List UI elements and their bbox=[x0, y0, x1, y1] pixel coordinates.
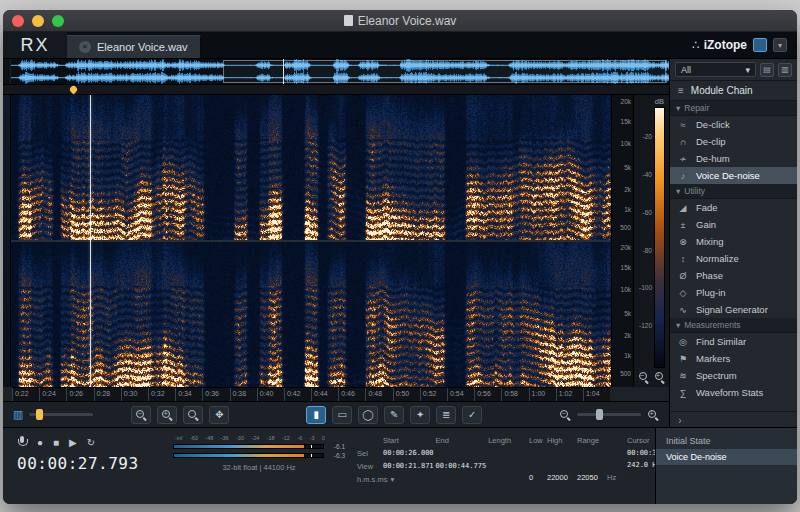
transport-controls: ● ■ ▶ ↻ 00:00:27.793 bbox=[3, 428, 171, 504]
app-menu-button[interactable]: ▾ bbox=[773, 38, 787, 52]
module-chain-item[interactable]: ≡ Module Chain bbox=[670, 81, 797, 101]
module-waveform-stats[interactable]: ∑Waveform Stats bbox=[670, 384, 797, 401]
hzoom-in-icon[interactable]: + bbox=[647, 409, 659, 421]
freq-tick-label: 2k bbox=[624, 332, 631, 339]
playhead[interactable] bbox=[90, 95, 91, 387]
de-clip-icon: ∩ bbox=[676, 137, 690, 147]
document-icon bbox=[344, 15, 353, 26]
freq-tick-label: 1k bbox=[624, 352, 631, 359]
column-header: Range bbox=[577, 436, 603, 468]
history-item-voice-de-noise[interactable]: Voice De-noise bbox=[656, 449, 797, 465]
time-frequency-selection-tool[interactable]: ▭ bbox=[332, 406, 352, 424]
section-utility[interactable]: ▾Utility bbox=[670, 184, 797, 199]
module-label: Gain bbox=[696, 219, 716, 230]
section-measurements[interactable]: ▾Measurements bbox=[670, 318, 797, 333]
overview-row bbox=[3, 59, 669, 85]
zoom-selection-button[interactable] bbox=[183, 406, 203, 424]
marker-lane[interactable] bbox=[3, 85, 669, 95]
panel-list-view-button[interactable]: ▥ bbox=[778, 63, 792, 77]
spectrogram-right-channel[interactable] bbox=[11, 242, 611, 387]
playhead-time-display[interactable]: 00:00:27.793 bbox=[17, 454, 171, 473]
zoom-slider-handle[interactable] bbox=[596, 409, 603, 420]
spectrogram-area[interactable] bbox=[11, 95, 611, 387]
module-de-clip[interactable]: ∩De-clip bbox=[670, 133, 797, 150]
window-title: Eleanor Voice.wav bbox=[358, 14, 457, 28]
titlebar[interactable]: Eleanor Voice.wav bbox=[3, 10, 797, 32]
module-label: Plug-in bbox=[696, 287, 726, 298]
module-markers[interactable]: ⚑Markers bbox=[670, 350, 797, 367]
cell-value bbox=[488, 462, 521, 471]
module-plug-in[interactable]: ◇Plug-in bbox=[670, 284, 797, 301]
module-de-hum[interactable]: ≁De-hum bbox=[670, 150, 797, 167]
selection-list-button[interactable]: ≣ bbox=[436, 406, 456, 424]
chrome-right: ∴ iZotope ▾ bbox=[682, 32, 797, 58]
zoom-out-button[interactable]: − bbox=[131, 406, 151, 424]
instant-process-button[interactable]: ✓ bbox=[462, 406, 482, 424]
izotope-logo: ∴ iZotope bbox=[692, 38, 747, 52]
time-format-select[interactable]: h.m.s.ms ▾ bbox=[357, 475, 521, 484]
amplitude-colorbar[interactable] bbox=[654, 107, 665, 368]
timeline-tick: 0:52 bbox=[420, 388, 447, 401]
freq-zoom-out-icon[interactable]: − bbox=[638, 371, 650, 383]
module-normalize[interactable]: ↕Normalize bbox=[670, 250, 797, 267]
panel-grid-view-button[interactable]: ▤ bbox=[760, 63, 774, 77]
play-button[interactable]: ▶ bbox=[69, 437, 77, 449]
module-spectrum[interactable]: ≋Spectrum bbox=[670, 367, 797, 384]
section-repair[interactable]: ▾Repair bbox=[670, 101, 797, 116]
hand-tool-button[interactable]: ✥ bbox=[209, 406, 229, 424]
colorbar-tick-label: -100 bbox=[639, 284, 652, 291]
module-voice-de-noise[interactable]: ♪Voice De-noise bbox=[670, 167, 797, 184]
timeline-ruler[interactable]: 0:220:240:260:280:300:320:340:360:380:40… bbox=[12, 387, 610, 401]
module-de-click[interactable]: ≈De-click bbox=[670, 116, 797, 133]
overview-view-region[interactable] bbox=[223, 60, 666, 83]
meter-scale-label: -12 bbox=[282, 435, 290, 441]
loop-button[interactable]: ↻ bbox=[87, 437, 95, 449]
module-signal-generator[interactable]: ∿Signal Generator bbox=[670, 301, 797, 318]
marker-pin[interactable] bbox=[68, 85, 78, 95]
module-fade[interactable]: ◢Fade bbox=[670, 199, 797, 216]
spectrogram-left-channel[interactable] bbox=[11, 95, 611, 242]
brush-selection-tool[interactable]: ✎ bbox=[384, 406, 404, 424]
timeline-tick: 0:38 bbox=[230, 388, 257, 401]
freq-zoom-in-icon[interactable]: + bbox=[654, 371, 666, 383]
overview-gutter bbox=[3, 59, 11, 84]
zoom-in-button[interactable]: + bbox=[157, 406, 177, 424]
minimize-window-button[interactable] bbox=[32, 15, 44, 27]
module-label: Mixing bbox=[696, 236, 723, 247]
module-phase[interactable]: ØPhase bbox=[670, 267, 797, 284]
timeline-tick: 0:42 bbox=[284, 388, 311, 401]
history-item-initial-state[interactable]: Initial State bbox=[656, 433, 797, 449]
meter-scale-label: -60 bbox=[190, 435, 198, 441]
tab-bar: ✕ Eleanor Voice.wav bbox=[67, 32, 682, 58]
hzoom-out-icon[interactable]: − bbox=[559, 409, 571, 421]
panel-expand-button[interactable]: › bbox=[670, 411, 797, 427]
freq-tick-label: 10k bbox=[621, 140, 631, 147]
module-mixing[interactable]: ⊗Mixing bbox=[670, 233, 797, 250]
time-selection-tool[interactable]: ▮ bbox=[306, 406, 326, 424]
module-find-similar[interactable]: ◎Find Similar bbox=[670, 333, 797, 350]
waveform-stats-icon: ∑ bbox=[676, 388, 690, 398]
module-gain[interactable]: ±Gain bbox=[670, 216, 797, 233]
timeline-tick: 0:28 bbox=[94, 388, 121, 401]
presets-button[interactable] bbox=[753, 38, 767, 52]
colorbar-tick-label: -80 bbox=[643, 247, 652, 254]
meter-scale-label: -36 bbox=[221, 435, 229, 441]
freq-tick-label: 5k bbox=[624, 310, 631, 317]
tab-eleanor-voice[interactable]: ✕ Eleanor Voice.wav bbox=[67, 35, 201, 58]
spectrogram-waveform-slider[interactable] bbox=[29, 413, 93, 416]
freq-tick-label: 5k bbox=[624, 164, 631, 171]
module-filter-dropdown[interactable]: All ▾ bbox=[675, 62, 756, 77]
lasso-selection-tool[interactable]: ◯ bbox=[358, 406, 378, 424]
editor-area: 20k15k10k5k2k1k500 20k15k10k5k2k1k500 dB… bbox=[3, 59, 669, 427]
magic-wand-tool[interactable]: ✦ bbox=[410, 406, 430, 424]
horizontal-zoom-slider[interactable] bbox=[577, 413, 641, 416]
tab-close-icon[interactable]: ✕ bbox=[79, 41, 91, 53]
frequency-info: LowHighRange02200022050Hz Cursor 00:00:3… bbox=[525, 428, 655, 504]
stop-button[interactable]: ■ bbox=[53, 437, 59, 449]
zoom-window-button[interactable] bbox=[52, 15, 64, 27]
db-unit-label: dB bbox=[634, 95, 669, 106]
mic-icon[interactable] bbox=[17, 436, 27, 449]
balance-slider-handle[interactable] bbox=[36, 409, 43, 420]
close-window-button[interactable] bbox=[12, 15, 24, 27]
record-button[interactable]: ● bbox=[37, 437, 43, 449]
